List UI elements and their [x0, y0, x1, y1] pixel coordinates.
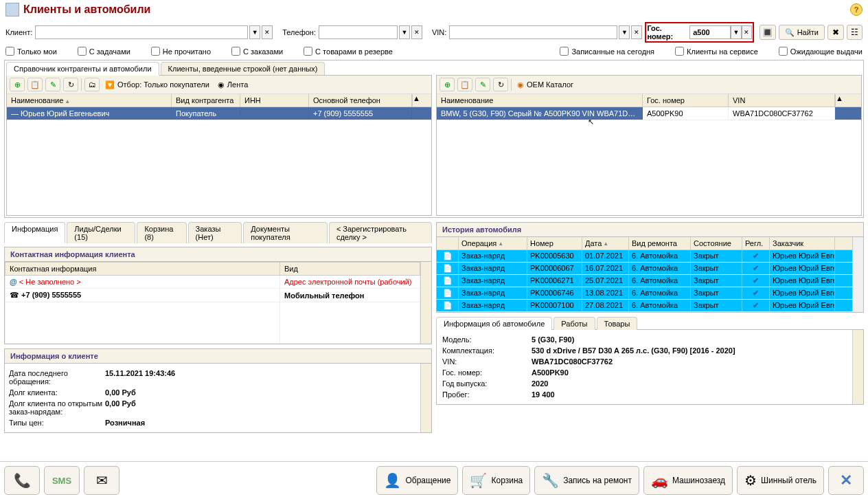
phone-input[interactable] — [319, 25, 398, 39]
doc-icon: 📄 — [437, 263, 459, 274]
contact-table: Контактная информация Вид @ < Не заполне… — [5, 262, 420, 344]
history-row[interactable]: 📄Заказ-нарядPK0000710027.08.20216. Автом… — [437, 300, 852, 312]
phone-icon: ☎ — [10, 291, 19, 299]
car-info-row: Гос. номер:A500PK90 — [442, 367, 852, 378]
car-entry-button[interactable]: 🚗Машинозаезд — [643, 466, 733, 495]
gos-clear-icon[interactable]: ✕ — [742, 25, 752, 39]
client-dropdown-icon[interactable]: ▼ — [249, 25, 260, 39]
history-row[interactable]: 📄Заказ-нарядPK0000563001.07.20216. Автом… — [437, 250, 852, 263]
vin-dropdown-icon[interactable]: ▼ — [619, 25, 630, 39]
repair-button[interactable]: 🔧Запись на ремонт — [534, 466, 639, 495]
col-inn[interactable]: ИНН — [240, 94, 309, 107]
client-info-row: Дата последнего обращения:15.11.2021 19:… — [9, 368, 416, 387]
col-car-name[interactable]: Наименование — [437, 94, 643, 107]
add-car-button[interactable]: ⊕ — [439, 78, 455, 91]
appeal-button[interactable]: 👤Обращение — [376, 466, 458, 495]
filter-with-orders[interactable]: С заказами — [231, 47, 283, 56]
col-vin[interactable]: VIN — [729, 94, 835, 107]
tab-leads[interactable]: Лиды/Сделки (15) — [67, 222, 135, 243]
col-phone[interactable]: Основной телефон — [309, 94, 412, 107]
copy-client-button[interactable]: 📋 — [27, 78, 43, 91]
tire-button[interactable]: ⚙Шинный отель — [737, 466, 824, 495]
client-input[interactable] — [35, 25, 248, 39]
copy-car-button[interactable]: 📋 — [457, 78, 472, 91]
filter-unread[interactable]: Не прочитано — [151, 47, 211, 56]
history-header: Операция▲ Номер Дата▲ Вид ремонта Состоя… — [437, 237, 852, 250]
gos-input[interactable] — [689, 25, 731, 39]
misc-btn-1[interactable]: 🔳 — [760, 25, 776, 40]
contact-row-mobile[interactable]: ☎ +7 (909) 5555555 Мобильный телефон — [5, 289, 420, 302]
history-col-op[interactable]: Операция▲ — [459, 237, 527, 250]
refresh-cars-button[interactable]: ↻ — [493, 78, 508, 91]
contact-col2[interactable]: Вид — [280, 263, 420, 276]
lenta-button[interactable]: ◉ Лента — [215, 80, 251, 89]
contact-col1[interactable]: Контактная информация — [5, 263, 280, 276]
car-tab-works[interactable]: Работы — [553, 317, 595, 330]
clear-search-button[interactable]: ✖ — [827, 25, 844, 40]
car-info-scrollbar[interactable] — [852, 330, 863, 404]
help-icon[interactable]: ? — [850, 3, 863, 16]
contact-scrollbar[interactable] — [420, 262, 431, 344]
filter-awaiting[interactable]: Ожидающие выдачи — [779, 47, 863, 56]
client-clear-icon[interactable]: ✕ — [262, 25, 273, 39]
history-col-customer[interactable]: Заказчик — [770, 237, 835, 250]
col-type[interactable]: Вид контрагента — [172, 94, 240, 107]
filter-recorded-today[interactable]: Записанные на сегодня — [560, 47, 654, 56]
oem-button[interactable]: ◉ OEM Каталог — [514, 80, 576, 89]
gos-dropdown-icon[interactable]: ▼ — [731, 25, 741, 39]
main-content: Справочник контрагенты и автомобили Клие… — [4, 60, 864, 218]
history-col-icon[interactable] — [437, 237, 459, 250]
client-info-scrollbar[interactable] — [420, 364, 431, 432]
edit-car-button[interactable]: ✎ — [475, 78, 490, 91]
mail-icon: ✉ — [96, 472, 108, 489]
tab-orders[interactable]: Заказы (Нет) — [188, 222, 242, 243]
tire-icon: ⚙ — [744, 472, 757, 489]
sms-action-button[interactable]: SMS — [44, 466, 80, 495]
columns-button[interactable]: ☷ — [847, 25, 863, 40]
tab-directory[interactable]: Справочник контрагенты и автомобили — [6, 62, 159, 76]
tab-info[interactable]: Информация — [4, 222, 65, 243]
find-button[interactable]: 🔍 Найти — [779, 25, 825, 40]
filter-reserved[interactable]: С товарами в резерве — [304, 47, 393, 56]
card-client-button[interactable]: 🗂 — [84, 78, 100, 91]
tab-register[interactable]: < Зарегистрировать сделку > — [329, 222, 432, 243]
history-col-regl[interactable]: Регл. — [742, 237, 770, 250]
tab-string-clients[interactable]: Клиенты, введенные строкой (нет данных) — [161, 62, 326, 76]
history-col-date[interactable]: Дата▲ — [582, 237, 629, 250]
col-gos[interactable]: Гос. номер — [643, 94, 729, 107]
scrollbar-top-icon[interactable]: ▲ — [412, 94, 423, 107]
basket-button[interactable]: 🛒Корзина — [462, 466, 530, 495]
refresh-clients-button[interactable]: ↻ — [63, 78, 78, 91]
filter-only-mine[interactable]: Только мои — [5, 47, 57, 56]
client-row[interactable]: — Юрьев Юрий Евгеньевич Покупатель +7 (9… — [7, 107, 431, 120]
history-row[interactable]: 📄Заказ-нарядPK0000674613.08.20216. Автом… — [437, 287, 852, 300]
add-client-button[interactable]: ⊕ — [10, 78, 25, 91]
history-row[interactable]: 📄Заказ-нарядPK0000606716.07.20216. Автом… — [437, 263, 852, 275]
car-tab-goods[interactable]: Товары — [597, 317, 638, 330]
history-col-num[interactable]: Номер — [527, 237, 582, 250]
history-scrollbar[interactable] — [852, 237, 863, 312]
col-name[interactable]: Наименование▲ — [7, 94, 172, 107]
phone-clear-icon[interactable]: ✕ — [411, 25, 422, 39]
tab-basket[interactable]: Корзина (8) — [137, 222, 186, 243]
car-tab-info[interactable]: Информация об автомобиле — [436, 317, 552, 330]
scrollbar-top-icon[interactable]: ▲ — [835, 94, 846, 107]
filter-with-tasks[interactable]: С задачами — [78, 47, 130, 56]
car-info-row: Модель:5 (G30, F90) — [442, 334, 852, 345]
close-button[interactable]: ✕ — [828, 466, 864, 495]
cart-icon: 🛒 — [470, 472, 487, 489]
contact-row-email[interactable]: @ < Не заполнено > Адрес электронной поч… — [5, 276, 420, 289]
history-col-repair[interactable]: Вид ремонта — [629, 237, 691, 250]
vin-input[interactable] — [449, 25, 617, 39]
history-row[interactable]: 📄Заказ-нарядPK0000627125.07.20216. Автом… — [437, 275, 852, 287]
vin-clear-icon[interactable]: ✕ — [631, 25, 642, 39]
filter-indicator[interactable]: 🔽 Отбор: Только покупатели — [102, 80, 212, 89]
tab-docs[interactable]: Документы покупателя — [243, 222, 328, 243]
history-col-state[interactable]: Состояние — [691, 237, 742, 250]
edit-client-button[interactable]: ✎ — [45, 78, 60, 91]
clients-grid-header: Наименование▲ Вид контрагента ИНН Основн… — [7, 94, 431, 107]
mail-action-button[interactable]: ✉ — [84, 466, 119, 495]
phone-action-button[interactable]: 📞 — [4, 466, 40, 495]
phone-dropdown-icon[interactable]: ▼ — [399, 25, 410, 39]
filter-clients-service[interactable]: Клиенты на сервисе — [675, 47, 758, 56]
